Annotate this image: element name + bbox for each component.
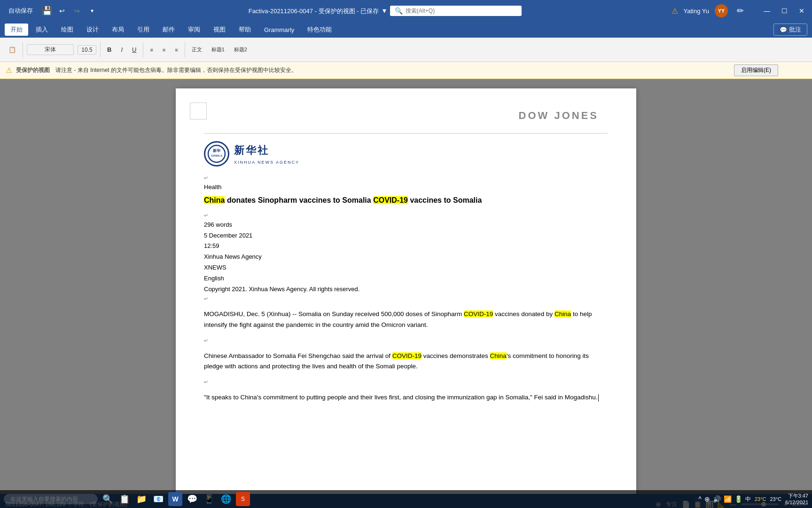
close-btn[interactable]: ✕ — [795, 6, 808, 16]
article-copyright: Copyright 2021. Xinhua News Agency. All … — [204, 285, 608, 294]
enable-editing-btn[interactable]: 启用编辑(E) — [734, 64, 778, 76]
article-time: 12:59 — [204, 241, 608, 251]
title-covid-highlight: COVID-19 — [373, 196, 408, 204]
text-cursor — [598, 394, 599, 402]
return-marker-5: ↵ — [204, 378, 608, 387]
taskbar-icon-phone[interactable]: 📱 — [202, 492, 216, 506]
comment-btn[interactable]: 💬 批注 — [773, 24, 807, 36]
ribbon-item-review[interactable]: 审阅 — [182, 24, 206, 36]
align-right[interactable]: ≡ — [172, 46, 180, 54]
body-p1-china: China — [554, 310, 571, 318]
ribbon-item-help[interactable]: 帮助 — [233, 24, 257, 36]
warning-icon: ⚠ — [671, 7, 678, 16]
filename: Factiva-20211206-0047 - 受保护的视图 - 已保存 ▾ — [249, 6, 386, 16]
article-source: Xinhua News Agency — [204, 252, 608, 262]
body-p2-china: China — [490, 352, 507, 359]
article-body: MOGADISHU, Dec. 5 (Xinhua) -- Somalia on… — [204, 309, 608, 403]
taskbar-icon-folder[interactable]: 📁 — [134, 492, 148, 506]
clock-date: 6/12/2021 — [785, 499, 808, 506]
ribbon-item-ref[interactable]: 引用 — [132, 24, 155, 36]
return-marker-2: ↵ — [204, 212, 608, 220]
taskbar-icon-search[interactable]: 🔍 — [101, 492, 115, 506]
sys-icon-wifi[interactable]: 📶 — [724, 495, 732, 503]
search-box[interactable]: 🔍 — [390, 6, 522, 16]
sys-icon-network[interactable]: ⊕ — [704, 495, 710, 503]
redo-icon[interactable]: ↪ — [70, 4, 84, 17]
ribbon-item-start[interactable]: 开始 — [5, 24, 28, 36]
underline-btn[interactable]: U — [129, 45, 139, 55]
autosave-btn[interactable]: 自动保存 — [4, 5, 38, 17]
taskbar-icon-wechat[interactable]: 💬 — [185, 492, 199, 506]
taskbar-icon-app[interactable]: S — [236, 492, 250, 506]
title-bar: 自动保存 💾 ↩ ↪ ▾ Factiva-20211206-0047 - 受保护… — [0, 0, 812, 22]
xinhua-chinese: 新华社 — [234, 142, 299, 159]
clock-time: 下午3:47 — [785, 492, 808, 499]
avatar[interactable]: YY — [715, 4, 728, 17]
ribbon-item-insert[interactable]: 插入 — [30, 24, 54, 36]
paste-btn[interactable]: 📋 — [6, 45, 19, 55]
customize-icon[interactable]: ▾ — [86, 4, 99, 17]
ribbon-item-draw[interactable]: 绘图 — [55, 24, 79, 36]
ribbon-item-design[interactable]: 设计 — [81, 24, 104, 36]
bold-btn[interactable]: B — [104, 45, 114, 55]
doc-area: DOW JONES 新华 XINHUA 新华社 XINHUA NEWS AGEN… — [0, 79, 812, 494]
taskbar-icon-chrome[interactable]: 🌐 — [219, 492, 233, 506]
ribbon-item-grammarly[interactable]: Grammarly — [258, 24, 300, 35]
align-center[interactable]: ≡ — [160, 46, 168, 54]
ribbon-item-layout[interactable]: 布局 — [106, 24, 130, 36]
taskbar-icon-mail[interactable]: 📧 — [151, 492, 165, 506]
pen-icon[interactable]: ✏ — [734, 4, 747, 17]
ribbon-item-mail[interactable]: 邮件 — [157, 24, 180, 36]
taskbar-icon-files[interactable]: 📋 — [117, 492, 132, 506]
temperature-value: 23°C — [770, 496, 781, 502]
svg-text:新华: 新华 — [213, 148, 221, 153]
sys-icon-volume[interactable]: 🔊 — [713, 495, 721, 503]
ribbon-item-special[interactable]: 特色功能 — [302, 24, 337, 36]
align-left[interactable]: ≡ — [147, 46, 156, 54]
font-name[interactable]: 宋体 — [27, 44, 74, 55]
sys-icons: ^ ⊕ 🔊 📶 🔋 中 — [698, 495, 751, 503]
search-input[interactable] — [406, 8, 500, 14]
ribbon-menu: 开始 插入 绘图 设计 布局 引用 邮件 审阅 视图 帮助 Grammarly … — [0, 22, 812, 38]
username: Yating Yu — [684, 8, 709, 15]
search-icon: 🔍 — [395, 7, 403, 15]
taskbar-icon-word[interactable]: W — [168, 492, 182, 506]
body-paragraph-2: Chinese Ambassador to Somalia Fei Shengc… — [204, 351, 608, 373]
save-icon[interactable]: 💾 — [40, 4, 54, 17]
sys-icon-battery[interactable]: 🔋 — [734, 495, 742, 503]
body-p2-mid: vaccines demonstrates — [422, 352, 490, 359]
page-placeholder — [190, 103, 207, 119]
taskbar-time: 下午3:47 6/12/2021 — [785, 492, 808, 506]
protect-label: 受保护的视图 — [16, 66, 50, 74]
ribbon-toolbar: 📋 宋体 10.5 B I U ≡ ≡ ≡ 正文 标题1 标题2 — [0, 38, 812, 62]
doc-page: DOW JONES 新华 XINHUA 新华社 XINHUA NEWS AGEN… — [176, 88, 636, 494]
taskbar-search[interactable] — [4, 494, 98, 504]
style-h1[interactable]: 标题1 — [209, 45, 227, 55]
font-size[interactable]: 10.5 — [78, 45, 96, 55]
xinhua-english: XINHUA NEWS AGENCY — [234, 159, 299, 166]
minimize-btn[interactable]: — — [760, 6, 774, 16]
title-right: ⚠ Yating Yu YY ✏ — ☐ ✕ — [671, 4, 808, 17]
svg-point-0 — [208, 145, 225, 162]
body-p2-covid: COVID-19 — [392, 352, 422, 359]
return-marker-1: ↵ — [204, 174, 608, 183]
article-section: Health — [204, 183, 608, 192]
body-p3-text: "It speaks to China's commitment to putt… — [204, 394, 599, 401]
word-count: 296 words — [204, 220, 608, 230]
divider — [204, 133, 608, 134]
maximize-btn[interactable]: ☐ — [778, 6, 791, 16]
comment-label: 批注 — [789, 25, 801, 34]
undo-icon[interactable]: ↩ — [55, 4, 69, 17]
body-p1-rest: vaccines donated by — [493, 310, 554, 318]
italic-btn[interactable]: I — [118, 45, 125, 55]
xinhua-text-block: 新华社 XINHUA NEWS AGENCY — [234, 142, 299, 166]
sys-icon-lang[interactable]: 中 — [745, 495, 751, 503]
body-p1-covid: COVID-19 — [464, 310, 493, 318]
body-p1-start: MOGADISHU, Dec. 5 (Xinhua) -- Somalia on… — [204, 310, 464, 318]
window-controls: — ☐ ✕ — [760, 6, 808, 16]
temperature: 23°C — [755, 496, 766, 502]
style-normal[interactable]: 正文 — [189, 45, 205, 55]
sys-icon-up[interactable]: ^ — [698, 495, 702, 503]
ribbon-item-view[interactable]: 视图 — [208, 24, 231, 36]
style-h2[interactable]: 标题2 — [231, 45, 250, 55]
